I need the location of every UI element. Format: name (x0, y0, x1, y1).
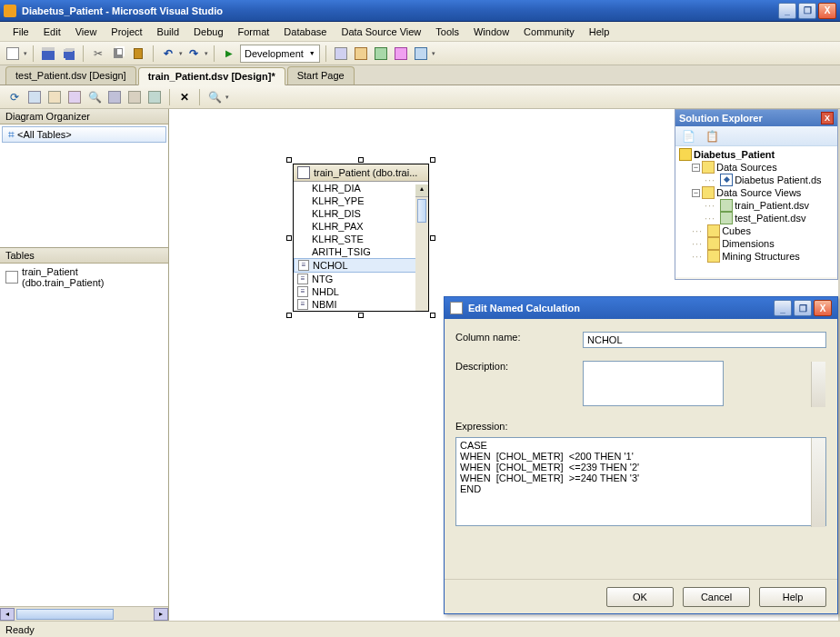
dialog-icon (450, 302, 463, 314)
menu-database[interactable]: Database (276, 24, 334, 40)
menu-project[interactable]: Project (104, 24, 149, 40)
scroll-thumb[interactable] (16, 609, 114, 620)
table-widget-header[interactable]: train_Patient (dbo.trai... (294, 164, 428, 182)
menu-edit[interactable]: Edit (36, 24, 68, 40)
tab-test-patient[interactable]: test_Patient.dsv [Design] (5, 66, 136, 85)
table-widget-scrollbar[interactable]: ▴ (415, 184, 428, 311)
tab-start-page[interactable]: Start Page (287, 66, 355, 85)
description-textarea[interactable] (583, 361, 724, 406)
organizer-item-all-tables[interactable]: ⌗ <All Tables> (2, 126, 166, 143)
column-label: NCHOL (313, 260, 348, 271)
column-arith-tsig[interactable]: ARITH_TSIG (294, 245, 428, 258)
menu-window[interactable]: Window (466, 24, 516, 40)
folder-mining[interactable]: ∙∙∙Mining Structures (692, 250, 834, 263)
cut-icon: ✂ (92, 47, 105, 60)
dsv-toolbar: ⟳ 🔍 ✕ 🔍 ▾ (0, 85, 840, 109)
named-calc-icon: ≡ (297, 286, 308, 297)
column-klhr-ype[interactable]: KLHR_YPE (294, 194, 428, 207)
new-project-button[interactable] (4, 45, 22, 63)
column-name-input[interactable] (583, 332, 826, 348)
menu-help[interactable]: Help (582, 24, 617, 40)
menu-format[interactable]: Format (231, 24, 277, 40)
named-calc-icon: ≡ (297, 274, 308, 284)
dsv-tool-button[interactable] (125, 88, 144, 106)
table-widget-train-patient[interactable]: train_Patient (dbo.trai... KLHR_DIA KLHR… (293, 164, 429, 312)
menu-file[interactable]: File (5, 24, 36, 40)
column-nhdl[interactable]: ≡NHDL (294, 285, 428, 298)
scroll-right-button[interactable]: ▸ (154, 608, 168, 621)
tool-button-5[interactable] (412, 45, 430, 63)
delete-button[interactable]: ✕ (175, 88, 194, 106)
column-klhr-dia[interactable]: KLHR_DIA (294, 182, 428, 194)
zoom-button[interactable]: 🔍 (205, 88, 224, 106)
item-test-patient-dsv[interactable]: ∙∙∙test_Patient.dsv (705, 212, 834, 224)
column-nchol[interactable]: ≡NCHOL (294, 258, 428, 273)
copy-button[interactable] (109, 45, 127, 63)
folder-label: Data Sources (716, 162, 777, 173)
column-nbmi[interactable]: ≡NBMI (294, 298, 428, 311)
menu-data-source-view[interactable]: Data Source View (334, 24, 428, 40)
close-button[interactable]: X (818, 3, 836, 19)
collapse-icon[interactable]: − (692, 189, 700, 197)
tables-item-train-patient[interactable]: train_Patient (dbo.train_Patient) (2, 265, 166, 289)
dsv-tool-button[interactable]: 🔍 (85, 88, 104, 106)
minimize-button[interactable]: _ (778, 3, 796, 19)
tool-button-1[interactable] (332, 45, 350, 63)
item-diabetus-patient-ds[interactable]: ∙∙∙◆Diabetus Patient.ds (705, 174, 834, 186)
config-dropdown[interactable]: Development ▼ (240, 45, 320, 63)
tool-button-3[interactable] (372, 45, 390, 63)
toolbar-separator (33, 45, 34, 62)
undo-button[interactable]: ↶ (159, 45, 177, 63)
tool-button-4[interactable] (392, 45, 410, 63)
dialog-minimize-button[interactable]: _ (774, 300, 792, 316)
toolbar-separator (153, 45, 154, 62)
save-button[interactable] (39, 45, 57, 63)
menu-build[interactable]: Build (150, 24, 186, 40)
dialog-close-button[interactable]: X (814, 300, 832, 316)
menu-community[interactable]: Community (516, 24, 582, 40)
column-label: NBMI (312, 299, 337, 310)
scroll-left-button[interactable]: ◂ (0, 608, 15, 621)
redo-button[interactable]: ↷ (185, 45, 203, 63)
folder-dimensions[interactable]: ∙∙∙Dimensions (692, 237, 834, 250)
column-ntg[interactable]: ≡NTG (294, 273, 428, 285)
start-debug-button[interactable]: ▶ (220, 45, 238, 63)
column-klhr-ste[interactable]: KLHR_STE (294, 233, 428, 245)
folder-cubes[interactable]: ∙∙∙Cubes (692, 224, 834, 237)
menu-debug[interactable]: Debug (186, 24, 230, 40)
dsv-tool-button[interactable]: ⟳ (5, 88, 24, 106)
dsv-tool-button[interactable] (65, 88, 84, 106)
dialog-maximize-button[interactable]: ❐ (794, 300, 812, 316)
dsv-tool-button[interactable] (145, 88, 164, 106)
folder-dsv[interactable]: − Data Source Views (692, 186, 834, 199)
column-klhr-pax[interactable]: KLHR_PAX (294, 220, 428, 233)
solution-explorer-close-button[interactable]: X (821, 112, 834, 124)
se-tool-button[interactable]: 📋 (703, 127, 721, 145)
cancel-button[interactable]: Cancel (683, 587, 750, 607)
dsv-tool-button[interactable] (25, 88, 44, 106)
se-tool-button[interactable]: 📄 (679, 127, 697, 145)
paste-button[interactable] (129, 45, 147, 63)
item-train-patient-dsv[interactable]: ∙∙∙train_Patient.dsv (705, 199, 834, 212)
menu-view[interactable]: View (68, 24, 105, 40)
window-title: Diabetus_Patient - Microsoft Visual Stud… (22, 5, 778, 16)
tables-scrollbar[interactable]: ◂ ▸ (0, 606, 168, 621)
column-klhr-dis[interactable]: KLHR_DIS (294, 207, 428, 220)
dsv-tool-button[interactable] (45, 88, 64, 106)
tab-train-patient[interactable]: train_Patient.dsv [Design]* (138, 67, 285, 85)
tool-button-2[interactable] (352, 45, 370, 63)
save-all-button[interactable] (59, 45, 77, 63)
datasource-icon: ◆ (720, 174, 733, 186)
cut-button[interactable]: ✂ (89, 45, 107, 63)
toolbar-separator (199, 89, 200, 105)
collapse-icon[interactable]: − (692, 164, 700, 172)
expression-textarea[interactable] (455, 437, 826, 526)
restore-button[interactable]: ❐ (798, 3, 816, 19)
project-node[interactable]: Diabetus_Patient (679, 148, 834, 161)
dsv-tool-button[interactable] (105, 88, 124, 106)
ok-button[interactable]: OK (606, 587, 674, 607)
delete-icon: ✕ (178, 91, 191, 104)
help-button[interactable]: Help (759, 587, 826, 607)
menu-tools[interactable]: Tools (428, 24, 466, 40)
folder-data-sources[interactable]: − Data Sources (692, 161, 834, 174)
